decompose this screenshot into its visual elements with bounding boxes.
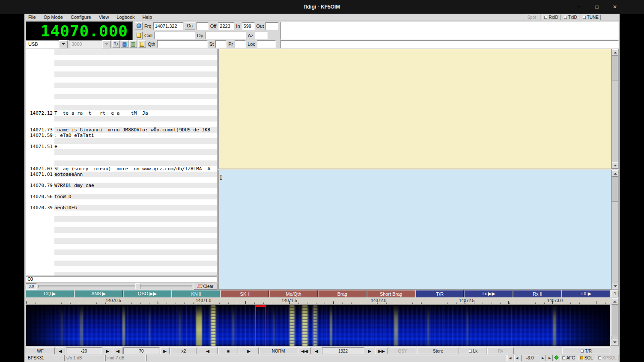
macro-tx-big[interactable]: TX ▶: [562, 290, 610, 297]
rx-scroll-thumb[interactable]: [612, 56, 618, 80]
log-extra-field[interactable]: [280, 40, 619, 48]
browser-row[interactable]: 14070.79W7RšBl dmy cae: [26, 183, 217, 188]
waterfall-display[interactable]: [26, 305, 610, 346]
menu-help[interactable]: Help: [139, 14, 156, 20]
maximize-button[interactable]: □: [593, 4, 600, 10]
wf-scroll-right-button[interactable]: ▶: [239, 347, 259, 354]
browser-row[interactable]: [26, 77, 217, 83]
scroll-down-icon[interactable]: [612, 283, 618, 289]
txid-toggle[interactable]: TxID: [562, 15, 579, 20]
browser-row[interactable]: 14071.07SL ag (sorry ureau) more on www.…: [26, 166, 217, 172]
browser-row[interactable]: 14070.56tooW D: [26, 194, 217, 199]
browser-row[interactable]: [26, 138, 217, 144]
time-on-field[interactable]: [197, 22, 209, 30]
browser-row[interactable]: [26, 233, 217, 238]
menu-logbook[interactable]: Logbook: [113, 14, 138, 20]
wf-speed-button[interactable]: NORM: [259, 347, 297, 354]
browser-row[interactable]: [26, 160, 217, 166]
rxid-toggle[interactable]: RxID: [542, 15, 560, 20]
browser-row[interactable]: [26, 122, 217, 127]
squelch-slider[interactable]: [38, 283, 192, 290]
wf-scroll-left-button[interactable]: ◀: [198, 347, 218, 354]
scroll-up-icon[interactable]: [611, 298, 618, 305]
notes-icon-button-2[interactable]: [138, 40, 146, 48]
az-field[interactable]: [255, 32, 268, 39]
waterfall-cursor[interactable]: [255, 305, 266, 346]
scroll-down-icon[interactable]: [611, 339, 618, 345]
rx-scrollbar[interactable]: [611, 49, 619, 169]
browser-row[interactable]: [26, 55, 217, 60]
wf-mode-button[interactable]: WF: [26, 347, 55, 354]
browse-icon-button[interactable]: ▥: [129, 40, 137, 48]
macro-qso[interactable]: QSO ▶▶: [123, 290, 172, 297]
browser-row[interactable]: 14071.73 name is Giovanni mrno JM88DVfo:…: [26, 127, 217, 133]
copy-icon-button[interactable]: ▤: [121, 40, 128, 48]
lock-toggle[interactable]: Lk: [460, 347, 486, 354]
slider-thumb[interactable]: [135, 283, 140, 289]
rst-in-field[interactable]: [242, 22, 255, 30]
menu-configure[interactable]: Configure: [67, 14, 95, 20]
waterfall-scrollbar[interactable]: [611, 298, 619, 346]
menu-view[interactable]: View: [95, 14, 113, 20]
sql-toggle[interactable]: SQL: [578, 355, 595, 361]
browser-seek-field[interactable]: CQ: [26, 276, 218, 282]
browser-row[interactable]: [26, 60, 217, 66]
browser-clear-button[interactable]: Clear: [194, 283, 218, 290]
browser-row[interactable]: [26, 261, 217, 266]
op-field[interactable]: [205, 32, 246, 39]
tx-scroll-track[interactable]: [612, 177, 618, 283]
browser-row[interactable]: 14071.01eotoaeeAnn: [26, 172, 217, 177]
scroll-down-icon[interactable]: [612, 162, 618, 169]
browser-row[interactable]: [26, 266, 217, 272]
macro-t-r[interactable]: T/R: [416, 290, 464, 297]
browser-row[interactable]: [26, 216, 217, 222]
tune-button[interactable]: TUNE: [581, 15, 601, 20]
pr-field[interactable]: [235, 40, 246, 48]
macro-short-brag[interactable]: Short Brag: [367, 290, 415, 297]
wf-scroll-track[interactable]: [611, 305, 618, 339]
wf-scroll-stop-button[interactable]: ■: [218, 347, 238, 354]
browser-row[interactable]: [26, 238, 217, 244]
browser-row[interactable]: [26, 188, 217, 194]
browser-row[interactable]: 14071.51e=: [26, 144, 217, 149]
tr-toggle[interactable]: T/R: [562, 347, 610, 354]
browser-row[interactable]: 14071.59: eTaD eTaTati: [26, 133, 217, 138]
browser-row[interactable]: [26, 94, 217, 99]
afc-right-button[interactable]: ▶: [540, 355, 546, 361]
menu-op-mode[interactable]: Op Mode: [40, 14, 67, 20]
macro-ans[interactable]: ANS ▶: [75, 290, 123, 297]
wf-range-up-button[interactable]: ▶: [160, 347, 170, 354]
afc-right-fast-button[interactable]: ▶: [547, 355, 553, 361]
browser-row[interactable]: [26, 149, 217, 155]
wf-scroll-thumb[interactable]: [611, 305, 618, 336]
macro-rx[interactable]: Rx ‖: [513, 290, 561, 297]
browser-row[interactable]: [26, 83, 217, 88]
browser-row[interactable]: [26, 222, 217, 227]
mode-status[interactable]: BPSK31: [26, 355, 63, 361]
close-button[interactable]: ✕: [611, 4, 618, 10]
scroll-up-icon[interactable]: [612, 49, 618, 56]
rx-scroll-track[interactable]: [612, 56, 618, 162]
wf-level-up-button[interactable]: ▶: [103, 347, 112, 354]
browser-row[interactable]: 14070.39aeoGf0EG: [26, 205, 217, 211]
menu-file[interactable]: File: [24, 14, 40, 20]
tx-text-panel[interactable]: I: [218, 170, 611, 290]
browser-row[interactable]: [26, 71, 217, 77]
sideband-combo[interactable]: USB: [26, 40, 68, 48]
browser-row[interactable]: [26, 88, 217, 94]
macro-tx[interactable]: Tx ▶▶: [464, 290, 513, 297]
frequency-display[interactable]: 14070.000: [26, 21, 133, 40]
qth-field[interactable]: [157, 40, 208, 48]
macro-sk[interactable]: SK ‖: [221, 290, 269, 297]
tx-scrollbar[interactable]: [611, 170, 619, 290]
wf-level-down-button[interactable]: ◀: [56, 347, 65, 354]
browser-row[interactable]: [26, 199, 217, 205]
wf-zoom-button[interactable]: x2: [170, 347, 197, 354]
macro-me-qth[interactable]: Me/Qth: [269, 290, 318, 297]
minimize-button[interactable]: –: [575, 4, 582, 10]
sideband-dropdown-button[interactable]: [59, 40, 68, 48]
browser-row[interactable]: [26, 66, 217, 71]
macro-page-button[interactable]: 1: [611, 290, 619, 297]
rst-out-field[interactable]: [265, 22, 278, 30]
carrier-coarse-up-button[interactable]: ▶▶: [375, 347, 388, 354]
